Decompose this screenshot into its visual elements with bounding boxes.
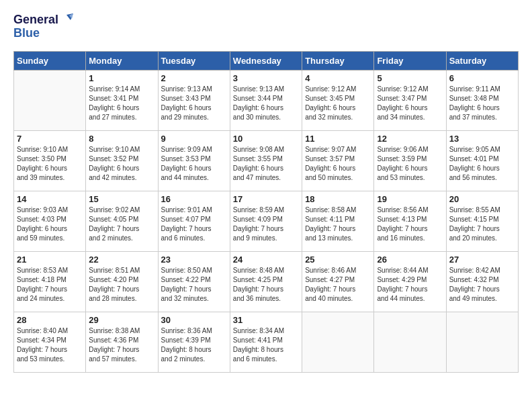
day-number: 22 [89, 255, 154, 265]
day-number: 26 [377, 255, 443, 265]
day-info: Sunrise: 9:12 AMSunset: 3:47 PMDaylight:… [377, 85, 443, 122]
day-number: 2 [161, 73, 227, 83]
calendar-cell: 8Sunrise: 9:10 AMSunset: 3:52 PMDaylight… [86, 130, 158, 191]
calendar-cell [14, 70, 86, 130]
day-info: Sunrise: 9:14 AMSunset: 3:41 PMDaylight:… [89, 85, 154, 122]
week-row-1: 1Sunrise: 9:14 AMSunset: 3:41 PMDaylight… [14, 70, 519, 130]
weekday-header-friday: Friday [374, 51, 446, 70]
day-number: 28 [17, 315, 83, 325]
day-number: 20 [449, 194, 515, 204]
weekday-header-wednesday: Wednesday [230, 51, 302, 70]
day-number: 13 [449, 134, 515, 144]
calendar-cell: 24Sunrise: 8:48 AMSunset: 4:25 PMDayligh… [230, 251, 302, 312]
day-number: 10 [233, 134, 299, 144]
day-number: 16 [161, 194, 227, 204]
week-row-2: 7Sunrise: 9:10 AMSunset: 3:50 PMDaylight… [14, 130, 519, 191]
calendar-cell: 26Sunrise: 8:44 AMSunset: 4:29 PMDayligh… [374, 251, 446, 312]
day-number: 5 [377, 73, 443, 83]
calendar-cell: 31Sunrise: 8:34 AMSunset: 4:41 PMDayligh… [230, 312, 302, 372]
calendar-cell: 10Sunrise: 9:08 AMSunset: 3:55 PMDayligh… [230, 130, 302, 191]
day-number: 7 [17, 134, 83, 144]
calendar-cell: 6Sunrise: 9:11 AMSunset: 3:48 PMDaylight… [446, 70, 518, 130]
calendar-cell: 22Sunrise: 8:51 AMSunset: 4:20 PMDayligh… [86, 251, 158, 312]
day-info: Sunrise: 8:53 AMSunset: 4:18 PMDaylight:… [17, 266, 83, 304]
calendar-cell: 28Sunrise: 8:40 AMSunset: 4:34 PMDayligh… [14, 312, 86, 372]
calendar-cell: 20Sunrise: 8:55 AMSunset: 4:15 PMDayligh… [446, 191, 518, 251]
day-info: Sunrise: 9:07 AMSunset: 3:57 PMDaylight:… [305, 145, 371, 183]
day-number: 4 [305, 73, 371, 83]
day-number: 19 [377, 194, 443, 204]
calendar-cell: 4Sunrise: 9:12 AMSunset: 3:45 PMDaylight… [302, 70, 374, 130]
logo-container: General Blue [13, 13, 73, 40]
day-number: 12 [377, 134, 443, 144]
day-info: Sunrise: 9:05 AMSunset: 4:01 PMDaylight:… [449, 145, 515, 183]
calendar-cell: 18Sunrise: 8:58 AMSunset: 4:11 PMDayligh… [302, 191, 374, 251]
day-info: Sunrise: 8:55 AMSunset: 4:15 PMDaylight:… [449, 205, 515, 243]
day-info: Sunrise: 9:10 AMSunset: 3:52 PMDaylight:… [89, 145, 154, 183]
weekday-header-sunday: Sunday [14, 51, 86, 70]
calendar-cell: 12Sunrise: 9:06 AMSunset: 3:59 PMDayligh… [374, 130, 446, 191]
day-info: Sunrise: 8:56 AMSunset: 4:13 PMDaylight:… [377, 205, 443, 243]
day-number: 29 [89, 315, 154, 325]
page-header: General Blue [13, 13, 519, 40]
day-info: Sunrise: 9:08 AMSunset: 3:55 PMDaylight:… [233, 145, 299, 183]
weekday-header-saturday: Saturday [446, 51, 518, 70]
day-info: Sunrise: 8:46 AMSunset: 4:27 PMDaylight:… [305, 266, 371, 304]
day-number: 11 [305, 134, 371, 144]
calendar-cell: 29Sunrise: 8:38 AMSunset: 4:36 PMDayligh… [86, 312, 158, 372]
day-number: 8 [89, 134, 154, 144]
calendar-table: SundayMondayTuesdayWednesdayThursdayFrid… [13, 51, 519, 373]
day-number: 17 [233, 194, 299, 204]
day-info: Sunrise: 8:59 AMSunset: 4:09 PMDaylight:… [233, 205, 299, 243]
day-info: Sunrise: 9:03 AMSunset: 4:03 PMDaylight:… [17, 205, 83, 243]
weekday-header-tuesday: Tuesday [158, 51, 230, 70]
day-number: 18 [305, 194, 371, 204]
day-number: 30 [161, 315, 227, 325]
day-number: 9 [161, 134, 227, 144]
calendar-cell: 5Sunrise: 9:12 AMSunset: 3:47 PMDaylight… [374, 70, 446, 130]
calendar-cell: 9Sunrise: 9:09 AMSunset: 3:53 PMDaylight… [158, 130, 230, 191]
day-number: 6 [449, 73, 515, 83]
logo-bird-icon [60, 13, 73, 27]
calendar-cell: 13Sunrise: 9:05 AMSunset: 4:01 PMDayligh… [446, 130, 518, 191]
day-info: Sunrise: 8:34 AMSunset: 4:41 PMDaylight:… [233, 326, 299, 364]
calendar-cell: 17Sunrise: 8:59 AMSunset: 4:09 PMDayligh… [230, 191, 302, 251]
day-info: Sunrise: 8:38 AMSunset: 4:36 PMDaylight:… [89, 326, 154, 364]
day-info: Sunrise: 9:11 AMSunset: 3:48 PMDaylight:… [449, 85, 515, 122]
day-number: 14 [17, 194, 83, 204]
weekday-header-row: SundayMondayTuesdayWednesdayThursdayFrid… [14, 51, 519, 70]
day-info: Sunrise: 9:06 AMSunset: 3:59 PMDaylight:… [377, 145, 443, 183]
day-info: Sunrise: 9:09 AMSunset: 3:53 PMDaylight:… [161, 145, 227, 183]
calendar-cell [302, 312, 374, 372]
calendar-cell: 19Sunrise: 8:56 AMSunset: 4:13 PMDayligh… [374, 191, 446, 251]
day-number: 21 [17, 255, 83, 265]
day-info: Sunrise: 8:58 AMSunset: 4:11 PMDaylight:… [305, 205, 371, 243]
calendar-cell [374, 312, 446, 372]
week-row-4: 21Sunrise: 8:53 AMSunset: 4:18 PMDayligh… [14, 251, 519, 312]
calendar-cell: 23Sunrise: 8:50 AMSunset: 4:22 PMDayligh… [158, 251, 230, 312]
day-info: Sunrise: 8:42 AMSunset: 4:32 PMDaylight:… [449, 266, 515, 304]
day-info: Sunrise: 8:44 AMSunset: 4:29 PMDaylight:… [377, 266, 443, 304]
logo-text-general: General [13, 13, 58, 27]
calendar-cell: 15Sunrise: 9:02 AMSunset: 4:05 PMDayligh… [86, 191, 158, 251]
week-row-5: 28Sunrise: 8:40 AMSunset: 4:34 PMDayligh… [14, 312, 519, 372]
calendar-cell: 30Sunrise: 8:36 AMSunset: 4:39 PMDayligh… [158, 312, 230, 372]
weekday-header-monday: Monday [86, 51, 158, 70]
day-info: Sunrise: 8:51 AMSunset: 4:20 PMDaylight:… [89, 266, 154, 304]
day-number: 3 [233, 73, 299, 83]
calendar-cell: 3Sunrise: 9:13 AMSunset: 3:44 PMDaylight… [230, 70, 302, 130]
day-info: Sunrise: 9:12 AMSunset: 3:45 PMDaylight:… [305, 85, 371, 122]
day-number: 27 [449, 255, 515, 265]
logo: General Blue [13, 13, 73, 40]
week-row-3: 14Sunrise: 9:03 AMSunset: 4:03 PMDayligh… [14, 191, 519, 251]
day-info: Sunrise: 8:48 AMSunset: 4:25 PMDaylight:… [233, 266, 299, 304]
calendar-cell [446, 312, 518, 372]
calendar-cell: 14Sunrise: 9:03 AMSunset: 4:03 PMDayligh… [14, 191, 86, 251]
logo-text-blue: Blue [13, 27, 40, 40]
calendar-cell: 16Sunrise: 9:01 AMSunset: 4:07 PMDayligh… [158, 191, 230, 251]
day-info: Sunrise: 9:01 AMSunset: 4:07 PMDaylight:… [161, 205, 227, 243]
day-info: Sunrise: 8:40 AMSunset: 4:34 PMDaylight:… [17, 326, 83, 364]
weekday-header-thursday: Thursday [302, 51, 374, 70]
calendar-cell: 2Sunrise: 9:13 AMSunset: 3:43 PMDaylight… [158, 70, 230, 130]
day-number: 24 [233, 255, 299, 265]
